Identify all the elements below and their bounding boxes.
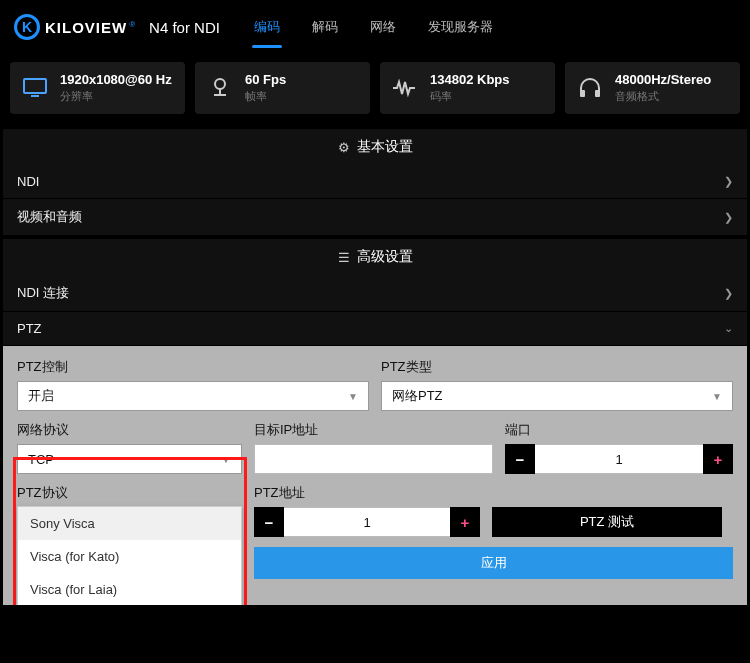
stat-bitrate: 134802 Kbps 码率 (380, 62, 555, 114)
row-ndi-connection[interactable]: NDI 连接 ❯ (3, 275, 747, 312)
tab-encode[interactable]: 编码 (248, 10, 286, 44)
section-advanced-header: ☰ 高级设置 (3, 239, 747, 275)
section-basic-title: 基本设置 (357, 138, 413, 156)
address-value[interactable]: 1 (284, 507, 450, 537)
svg-point-2 (215, 79, 225, 89)
header: K KILOVIEW® N4 for NDI 编码 解码 网络 发现服务器 (0, 0, 750, 54)
dropdown-option[interactable]: Visca (for Kato) (18, 540, 241, 573)
port-stepper[interactable]: − 1 + (505, 444, 733, 474)
chevron-right-icon: ❯ (724, 287, 733, 300)
net-protocol-select[interactable]: TCP ▼ (17, 444, 242, 474)
section-basic-header: ⚙ 基本设置 (3, 129, 747, 165)
ptz-panel: PTZ控制 开启 ▼ PTZ类型 网络PTZ ▼ 网络协议 TCP ▼ (3, 346, 747, 605)
port-value[interactable]: 1 (535, 444, 703, 474)
ptz-control-select[interactable]: 开启 ▼ (17, 381, 369, 411)
row-ndi-connection-label: NDI 连接 (17, 284, 69, 302)
port-minus-button[interactable]: − (505, 444, 535, 474)
sliders-icon: ☰ (338, 250, 350, 265)
monitor-icon (22, 75, 48, 101)
audio-label: 音频格式 (615, 89, 711, 104)
caret-down-icon: ▼ (221, 454, 231, 465)
chevron-down-icon: ⌄ (724, 322, 733, 335)
brand-logo: K KILOVIEW® (14, 14, 135, 40)
svg-rect-3 (580, 90, 585, 97)
top-nav: 编码 解码 网络 发现服务器 (248, 10, 499, 44)
stat-resolution: 1920x1080@60 Hz 分辨率 (10, 62, 185, 114)
row-ptz[interactable]: PTZ ⌄ (3, 312, 747, 346)
section-advanced: ☰ 高级设置 NDI 连接 ❯ PTZ ⌄ PTZ控制 开启 ▼ PTZ类型 网… (3, 239, 747, 605)
address-minus-button[interactable]: − (254, 507, 284, 537)
section-basic: ⚙ 基本设置 NDI ❯ 视频和音频 ❯ (3, 129, 747, 236)
gear-icon: ⚙ (338, 140, 350, 155)
stats-bar: 1920x1080@60 Hz 分辨率 60 Fps 帧率 134802 Kbp… (0, 54, 750, 126)
section-advanced-title: 高级设置 (357, 248, 413, 266)
target-ip-input[interactable] (254, 444, 493, 474)
chevron-right-icon: ❯ (724, 211, 733, 224)
ptz-protocol-dropdown: Sony Visca Visca (for Kato) Visca (for L… (17, 506, 242, 605)
ptz-control-label: PTZ控制 (17, 358, 369, 376)
brand-text: KILOVIEW® (45, 19, 135, 36)
caret-down-icon: ▼ (712, 391, 722, 402)
ptz-address-label: PTZ地址 (254, 484, 480, 502)
tab-discovery[interactable]: 发现服务器 (422, 10, 499, 44)
row-av-label: 视频和音频 (17, 208, 82, 226)
svg-rect-1 (31, 95, 39, 97)
ptz-type-select[interactable]: 网络PTZ ▼ (381, 381, 733, 411)
row-av[interactable]: 视频和音频 ❯ (3, 199, 747, 236)
audio-value: 48000Hz/Stereo (615, 72, 711, 87)
headphones-icon (577, 75, 603, 101)
dropdown-option[interactable]: Sony Visca (18, 507, 241, 540)
apply-button[interactable]: 应用 (254, 547, 733, 579)
ptz-type-value: 网络PTZ (392, 387, 443, 405)
logo-icon: K (14, 14, 40, 40)
waveform-icon (392, 75, 418, 101)
row-ndi[interactable]: NDI ❯ (3, 165, 747, 199)
target-ip-label: 目标IP地址 (254, 421, 493, 439)
stat-audio: 48000Hz/Stereo 音频格式 (565, 62, 740, 114)
ptz-address-stepper[interactable]: − 1 + (254, 507, 480, 537)
row-ptz-label: PTZ (17, 321, 42, 336)
resolution-label: 分辨率 (60, 89, 172, 104)
svg-rect-0 (24, 79, 46, 93)
caret-down-icon: ▼ (348, 391, 358, 402)
ptz-type-label: PTZ类型 (381, 358, 733, 376)
resolution-value: 1920x1080@60 Hz (60, 72, 172, 87)
bitrate-label: 码率 (430, 89, 510, 104)
tab-decode[interactable]: 解码 (306, 10, 344, 44)
stat-fps: 60 Fps 帧率 (195, 62, 370, 114)
ptz-protocol-label: PTZ协议 (17, 484, 242, 502)
page-title: N4 for NDI (149, 19, 220, 36)
bitrate-value: 134802 Kbps (430, 72, 510, 87)
fps-value: 60 Fps (245, 72, 286, 87)
port-label: 端口 (505, 421, 733, 439)
framerate-icon (207, 75, 233, 101)
ptz-control-value: 开启 (28, 387, 54, 405)
port-plus-button[interactable]: + (703, 444, 733, 474)
tab-network[interactable]: 网络 (364, 10, 402, 44)
chevron-right-icon: ❯ (724, 175, 733, 188)
svg-rect-4 (595, 90, 600, 97)
net-protocol-label: 网络协议 (17, 421, 242, 439)
address-plus-button[interactable]: + (450, 507, 480, 537)
dropdown-option[interactable]: Visca (for Laia) (18, 573, 241, 605)
ptz-test-button[interactable]: PTZ 测试 (492, 507, 722, 537)
row-ndi-label: NDI (17, 174, 39, 189)
fps-label: 帧率 (245, 89, 286, 104)
net-protocol-value: TCP (28, 452, 54, 467)
